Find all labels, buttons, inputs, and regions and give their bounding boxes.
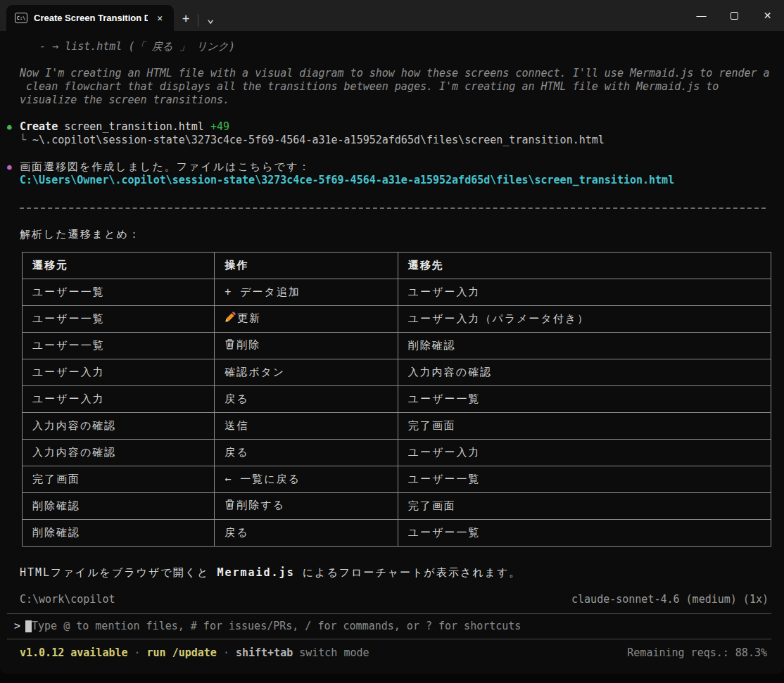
create-event-text: Create screen_transition.html +49 — [20, 120, 229, 134]
tree-branch-icon: └ — [20, 134, 26, 146]
header-op: 操作 — [215, 253, 398, 279]
cell-to: ユーザー一覧 — [398, 466, 771, 493]
prompt-chevron-icon: > — [14, 620, 20, 633]
shortcut-key: shift+tab — [236, 646, 293, 660]
cell-op: 戻る — [215, 386, 398, 413]
dot-separator: · — [223, 646, 229, 660]
table-row: 入力内容の確認 戻る ユーザー入力 — [23, 440, 771, 466]
cell-to: ユーザー入力 — [398, 279, 771, 306]
statusbar: v1.0.12 available · run /update · shift+… — [7, 639, 771, 660]
created-file-path: ~\.copilot\session-state\3273c4ce-5f69-4… — [32, 134, 605, 146]
table-header-row: 遷移元 操作 遷移先 — [23, 253, 771, 279]
green-bullet-icon: ● — [7, 120, 20, 134]
cell-from: 完了画面 — [23, 466, 215, 493]
cell-from: ユーザー一覧 — [23, 306, 215, 333]
table-row: 削除確認 戻る ユーザー一覧 — [23, 520, 771, 547]
terminal-tab[interactable]: C:\ Create Screen Transition Diagr ✕ — [6, 5, 174, 31]
cell-op: 戻る — [215, 520, 398, 547]
diff-added-count: +49 — [210, 120, 229, 133]
cell-from: 入力内容の確認 — [23, 440, 215, 466]
cell-to: 削除確認 — [398, 333, 771, 359]
cell-to: ユーザー一覧 — [398, 386, 771, 413]
separator-line — [20, 208, 766, 209]
model-indicator: claude-sonnet-4.6 (medium) (1x) — [571, 593, 769, 606]
table-row: ユーザー一覧 + データ追加 ユーザー入力 — [23, 279, 771, 306]
remaining-requests: Remaining reqs.: 88.3% — [627, 646, 767, 660]
titlebar: C:\ Create Screen Transition Diagr ✕ + ⌄… — [0, 0, 784, 31]
cell-from: ユーザー入力 — [23, 359, 215, 386]
summary-heading: 解析した遷移まとめ： — [7, 228, 771, 241]
note-line: HTMLファイルをブラウザで開くと Mermaid.js によるフローチャートが… — [7, 566, 771, 580]
shortcut-description: switch mode — [299, 646, 369, 660]
text-cursor — [25, 620, 32, 632]
cell-from: ユーザー一覧 — [23, 279, 215, 306]
list-item-line: - → list.html (「 戻る 」 リンク) — [7, 40, 771, 53]
file-link[interactable]: C:\Users\Owner\.copilot\session-state\32… — [20, 174, 674, 186]
header-to: 遷移先 — [398, 253, 771, 279]
cell-op: 削除 — [215, 333, 398, 359]
terminal-window: C:\ Create Screen Transition Diagr ✕ + ⌄… — [0, 0, 784, 674]
assistant-message-row: ● 画面遷移図を作成しました。ファイルはこちらです： — [7, 160, 771, 174]
header-from: 遷移元 — [23, 253, 215, 279]
cwd-path: C:\work\copilot — [20, 593, 115, 606]
pencil-icon — [225, 312, 236, 326]
version-available: v1.0.12 available — [20, 646, 128, 660]
cell-from: 入力内容の確認 — [23, 413, 215, 440]
cell-to: ユーザー入力 — [398, 440, 771, 466]
minimize-button[interactable]: — — [685, 0, 718, 31]
cell-to: 入力内容の確認 — [398, 359, 771, 386]
note-post: によるフローチャートが表示されます。 — [295, 566, 521, 579]
cell-op: + データ追加 — [215, 279, 398, 306]
prompt-input[interactable]: > Type @ to mention files, # for issues/… — [7, 613, 771, 639]
cell-op: 確認ボタン — [215, 359, 398, 386]
table-row: ユーザー入力 戻る ユーザー一覧 — [23, 386, 771, 413]
cell-from: 削除確認 — [23, 493, 215, 520]
statusbar-left: v1.0.12 available · run /update · shift+… — [20, 646, 369, 660]
create-action-label: Create — [20, 120, 58, 133]
maximize-icon — [731, 12, 738, 20]
tab-title: Create Screen Transition Diagr — [34, 13, 148, 23]
close-button[interactable]: ✕ — [751, 0, 784, 31]
trash-icon — [225, 338, 235, 353]
update-command: run /update — [147, 646, 217, 660]
cell-from: 削除確認 — [23, 520, 215, 547]
note-pre: HTMLファイルをブラウザで開くと — [20, 566, 217, 579]
create-path-line: └ ~\.copilot\session-state\3273c4ce-5f69… — [7, 134, 771, 147]
dot-separator: · — [134, 646, 141, 660]
assistant-paragraph: Now I'm creating an HTML file with a vis… — [7, 67, 771, 107]
maximize-button[interactable] — [718, 0, 751, 31]
table-row: 入力内容の確認 送信 完了画面 — [23, 413, 771, 440]
terminal-content: - → list.html (「 戻る 」 リンク) Now I'm creat… — [0, 31, 784, 674]
note-mermaid: Mermaid.js — [217, 566, 294, 579]
table-row: ユーザー入力 確認ボタン 入力内容の確認 — [23, 359, 771, 386]
file-link-line: C:\Users\Owner\.copilot\session-state\32… — [7, 174, 771, 187]
cell-to: 完了画面 — [398, 493, 771, 520]
cell-from: ユーザー一覧 — [23, 333, 215, 359]
table-row: 完了画面 ← 一覧に戻る ユーザー一覧 — [23, 466, 771, 493]
tab-dropdown-button[interactable]: ⌄ — [198, 5, 222, 31]
cell-to: ユーザー一覧 — [398, 520, 771, 547]
cell-op: 送信 — [215, 413, 398, 440]
trash-icon — [225, 499, 235, 513]
assistant-message-text: 画面遷移図を作成しました。ファイルはこちらです： — [20, 160, 310, 174]
transition-table: 遷移元 操作 遷移先 ユーザー一覧 + データ追加 ユーザー入力 ユーザー一覧 … — [22, 252, 771, 547]
cmd-prompt-icon: C:\ — [15, 13, 27, 23]
cell-to: 完了画面 — [398, 413, 771, 440]
cell-op: ← 一覧に戻る — [215, 466, 398, 493]
cell-op: 削除する — [215, 493, 398, 520]
cell-from: ユーザー入力 — [23, 386, 215, 413]
window-controls: — ✕ — [685, 0, 784, 31]
cell-to: ユーザー入力（パラメータ付き） — [398, 306, 771, 333]
cell-op: 更新 — [215, 306, 398, 333]
table-row: 削除確認 削除する 完了画面 — [23, 493, 771, 520]
magenta-bullet-icon: ● — [7, 160, 20, 174]
input-placeholder: Type @ to mention files, # for issues/PR… — [32, 620, 521, 633]
created-filename: screen_transition.html — [64, 120, 204, 133]
context-row: C:\work\copilot claude-sonnet-4.6 (mediu… — [7, 593, 771, 606]
new-tab-button[interactable]: + — [174, 5, 198, 31]
cell-op: 戻る — [215, 440, 398, 466]
tab-close-icon[interactable]: ✕ — [154, 11, 165, 25]
table-row: ユーザー一覧 更新 ユーザー入力（パラメータ付き） — [23, 306, 771, 333]
table-row: ユーザー一覧 削除 削除確認 — [23, 333, 771, 359]
create-event-row: ● Create screen_transition.html +49 — [7, 120, 771, 134]
